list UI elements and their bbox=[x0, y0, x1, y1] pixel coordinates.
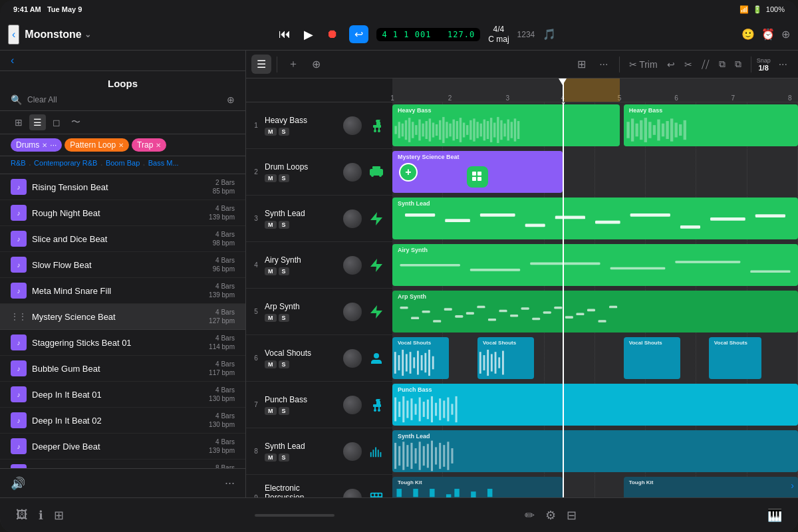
volume-synth-lead[interactable] bbox=[343, 209, 362, 228]
clip-elec-perc-2[interactable]: Tough Kit bbox=[624, 477, 798, 497]
loop-region-button[interactable]: ↩ bbox=[663, 57, 679, 72]
solo-synth-lead[interactable]: S bbox=[279, 221, 289, 229]
volume-airy-synth[interactable] bbox=[343, 256, 362, 275]
clip-vocal-shouts-1[interactable]: Vocal Shouts bbox=[392, 337, 449, 379]
loop-button[interactable]: ↩ bbox=[349, 25, 368, 43]
list-item[interactable]: ♪ Deep In It Beat 01 4 Bars 130 bpm bbox=[0, 382, 245, 408]
list-item[interactable]: ♪ Rising Tension Beat 2 Bars 85 bpm bbox=[0, 174, 245, 200]
solo-drum-loops[interactable]: S bbox=[279, 174, 289, 182]
mute-heavy-bass[interactable]: M bbox=[265, 128, 277, 136]
list-item[interactable]: ♪ Meta Mind Snare Fill 4 Bars 139 bpm bbox=[0, 278, 245, 304]
audio-view-button[interactable]: ◻ bbox=[49, 114, 65, 130]
timeline-track-4[interactable]: Airy Synth bbox=[392, 242, 798, 289]
loops-back-button[interactable]: ‹ bbox=[11, 55, 14, 66]
clip-heavy-bass-1[interactable]: Heavy Bass bbox=[392, 104, 620, 146]
remove-trap-tag[interactable]: ✕ bbox=[156, 142, 161, 149]
more-icon[interactable]: ··· bbox=[50, 140, 57, 150]
timeline-track-2[interactable]: Mystery Science Beat + bbox=[392, 149, 798, 196]
mute-drum-loops[interactable]: M bbox=[265, 174, 277, 182]
timeline-content[interactable]: Heavy Bass Heavy Bass bbox=[392, 102, 798, 497]
list-view-button[interactable]: ☰ bbox=[29, 114, 46, 130]
list-item[interactable]: ♪ Deeper Dive Beat 4 Bars 139 bpm bbox=[0, 434, 245, 460]
loop-list[interactable]: ♪ Rising Tension Beat 2 Bars 85 bpm ♪ Ro… bbox=[0, 174, 245, 468]
volume-vocal-shouts[interactable] bbox=[343, 349, 362, 368]
trim-tool[interactable]: ✂ Trim bbox=[625, 57, 662, 72]
timeline-track-8[interactable]: Synth Lead bbox=[392, 428, 798, 475]
clock-button[interactable]: ⏰ bbox=[761, 28, 775, 41]
copy-button[interactable]: ⧉ bbox=[731, 56, 745, 72]
solo-punch-bass[interactable]: S bbox=[279, 407, 289, 415]
back-button[interactable]: ‹ bbox=[8, 25, 19, 45]
add-region-button[interactable]: ⊕ bbox=[307, 55, 326, 74]
metronome-button[interactable]: 🎵 bbox=[543, 28, 556, 41]
list-item[interactable]: ♪ Slice and Dice Beat 4 Bars 98 bpm bbox=[0, 226, 245, 252]
beatpad-icon[interactable] bbox=[467, 166, 488, 188]
piano-roll-button[interactable]: 🎹 bbox=[767, 508, 782, 523]
clear-all-button[interactable]: Clear All bbox=[27, 95, 57, 104]
genre-rnb[interactable]: R&B bbox=[11, 159, 26, 171]
list-item[interactable]: ♪ Slow Flow Beat 4 Bars 96 bpm bbox=[0, 252, 245, 278]
clip-arp-synth[interactable]: Arp Synth bbox=[392, 291, 798, 332]
remove-pattern-tag[interactable]: ✕ bbox=[118, 142, 124, 149]
clip-synth-lead-8[interactable]: Synth Lead bbox=[392, 430, 798, 472]
goto-start-button[interactable]: ⏮ bbox=[276, 25, 293, 44]
remove-drums-tag[interactable]: ✕ bbox=[42, 142, 47, 149]
clip-vocal-shouts-3[interactable]: Vocal Shouts bbox=[624, 337, 680, 379]
list-item[interactable]: ♪ Staggering Sticks Beat 01 4 Bars 114 b… bbox=[0, 330, 245, 356]
equalizer-icon[interactable]: ⊟ bbox=[567, 508, 577, 523]
clip-drum-loops[interactable]: Mystery Science Beat + bbox=[392, 151, 563, 193]
tag-drums[interactable]: Drums ✕ ··· bbox=[11, 138, 62, 152]
solo-synth-lead-8[interactable]: S bbox=[279, 454, 289, 462]
mute-synth-lead-8[interactable]: M bbox=[265, 454, 277, 462]
clip-airy-synth[interactable]: Airy Synth bbox=[392, 244, 798, 286]
smiley-button[interactable]: 🙂 bbox=[741, 28, 755, 41]
info-icon[interactable]: ℹ bbox=[39, 508, 43, 523]
timeline-track-6[interactable]: Vocal Shouts Vocal Shouts bbox=[392, 335, 798, 382]
genre-bass[interactable]: Bass M... bbox=[148, 159, 179, 171]
volume-synth-lead-8[interactable] bbox=[343, 442, 362, 461]
mute-vocal-shouts[interactable]: M bbox=[265, 360, 277, 368]
duplicate-button[interactable]: ⧉ bbox=[715, 56, 730, 72]
clip-heavy-bass-2[interactable]: Heavy Bass bbox=[624, 104, 798, 146]
gear-icon[interactable]: ⚙ bbox=[545, 508, 556, 523]
record-button[interactable]: ⏺ bbox=[324, 25, 341, 44]
list-item[interactable]: ♪ Rough Night Beat 4 Bars 139 bpm bbox=[0, 200, 245, 226]
list-item[interactable]: ♪ Deep In It Beat 02 4 Bars 130 bpm bbox=[0, 408, 245, 434]
list-view-toggle[interactable]: ☰ bbox=[251, 55, 271, 74]
volume-elec-perc[interactable] bbox=[343, 489, 362, 498]
solo-arp-synth[interactable]: S bbox=[279, 314, 289, 322]
genre-contemporary-rnb[interactable]: Contemporary R&B bbox=[34, 159, 97, 171]
add-loop-button[interactable]: + bbox=[399, 163, 418, 182]
mute-airy-synth[interactable]: M bbox=[265, 267, 277, 275]
mute-punch-bass[interactable]: M bbox=[265, 407, 277, 415]
volume-heavy-bass[interactable] bbox=[343, 116, 362, 135]
track-options-button[interactable]: ⊞ bbox=[572, 55, 591, 74]
timeline-track-1[interactable]: Heavy Bass Heavy Bass bbox=[392, 102, 798, 149]
grid-view-button[interactable]: ⊞ bbox=[11, 114, 27, 130]
volume-arp-synth[interactable] bbox=[343, 303, 362, 321]
expand-track-button[interactable]: › bbox=[791, 480, 794, 491]
clip-vocal-shouts-2[interactable]: Vocal Shouts bbox=[477, 337, 534, 379]
project-title[interactable]: Moonstone ⌄ bbox=[25, 29, 90, 41]
volume-drum-loops[interactable] bbox=[343, 163, 362, 182]
speaker-button[interactable]: 🔊 bbox=[11, 476, 25, 491]
more-options-button[interactable]: ⊕ bbox=[781, 28, 790, 41]
list-item[interactable]: ♪ Distant Echoes Beat 01 8 Bars 74 bpm bbox=[0, 460, 245, 468]
add-track-button[interactable]: ＋ bbox=[283, 54, 304, 74]
solo-heavy-bass[interactable]: S bbox=[279, 128, 289, 136]
clip-vocal-shouts-4[interactable]: Vocal Shouts bbox=[709, 337, 761, 379]
track-more-button[interactable]: ··· bbox=[594, 55, 613, 74]
timeline-track-5[interactable]: Arp Synth bbox=[392, 289, 798, 335]
solo-vocal-shouts[interactable]: S bbox=[279, 360, 289, 368]
tag-pattern-loop[interactable]: Pattern Loop ✕ bbox=[65, 138, 129, 152]
clip-punch-bass[interactable]: Punch Bass bbox=[392, 384, 798, 426]
cut-button[interactable]: ✂ bbox=[680, 57, 696, 72]
mute-synth-lead[interactable]: M bbox=[265, 221, 277, 229]
list-item[interactable]: ♪ Bubble Gum Beat 4 Bars 117 bpm bbox=[0, 356, 245, 382]
pencil-icon[interactable]: ✏ bbox=[525, 508, 535, 523]
list-item-playing[interactable]: ⋮⋮ Mystery Science Beat 4 Bars 127 bpm bbox=[0, 304, 245, 330]
timeline-track-9[interactable]: Tough Kit › bbox=[392, 475, 798, 497]
volume-punch-bass[interactable] bbox=[343, 396, 362, 414]
genre-boom-bap[interactable]: Boom Bap bbox=[106, 159, 140, 171]
timeline-track-7[interactable]: Punch Bass bbox=[392, 382, 798, 428]
